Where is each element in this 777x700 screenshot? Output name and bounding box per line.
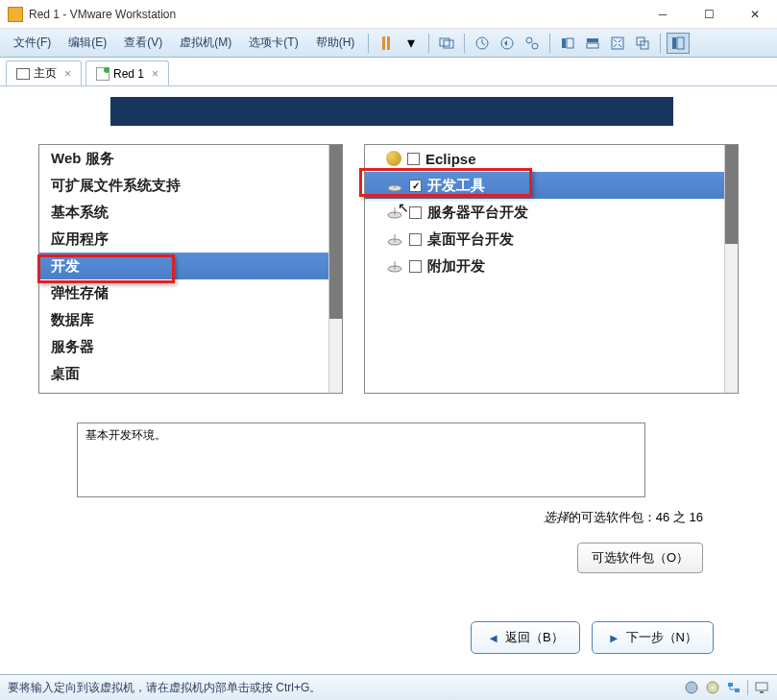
package-icon: [386, 179, 403, 192]
package-label: 服务器平台开发: [427, 204, 528, 222]
layout1-icon[interactable]: [556, 33, 579, 54]
checkbox[interactable]: [409, 260, 422, 273]
separator: [428, 34, 429, 53]
pause-icon[interactable]: [375, 33, 398, 54]
scrollbar[interactable]: [724, 145, 738, 393]
back-button[interactable]: ◄ 返回（B）: [471, 621, 580, 654]
dropdown-icon[interactable]: ▾: [400, 33, 423, 54]
maximize-button[interactable]: ☐: [694, 5, 723, 24]
layout2-icon[interactable]: [581, 33, 604, 54]
arrow-left-icon: ◄: [487, 631, 499, 645]
screens-icon[interactable]: [435, 33, 458, 54]
home-icon: [16, 68, 30, 80]
checkbox-checked[interactable]: [409, 180, 422, 192]
cdrom-icon[interactable]: [705, 680, 720, 695]
menubar: 文件(F) 编辑(E) 查看(V) 虚拟机(M) 选项卡(T) 帮助(H) ▾: [0, 29, 777, 58]
package-label: 附加开发: [427, 257, 485, 276]
category-item[interactable]: 数据库: [39, 306, 342, 333]
unity-icon[interactable]: [631, 33, 654, 54]
statusbar: 要将输入定向到该虚拟机，请在虚拟机内部单击或按 Ctrl+G。: [0, 674, 777, 700]
svg-rect-14: [677, 37, 684, 49]
snapshot-manager-icon[interactable]: [521, 33, 544, 54]
package-icon: [386, 232, 403, 246]
tab-close-icon[interactable]: ×: [152, 67, 158, 81]
menu-view[interactable]: 查看(V): [116, 31, 170, 55]
svg-rect-22: [728, 683, 733, 687]
screen-icon[interactable]: [754, 680, 769, 695]
category-item[interactable]: 基本系统: [39, 199, 342, 226]
window-title: Red 1 - VMware Workstation: [29, 8, 648, 21]
svg-rect-13: [672, 37, 676, 49]
tab-vm[interactable]: Red 1 ×: [85, 60, 169, 85]
next-button[interactable]: ► 下一步（N）: [592, 621, 714, 654]
category-item[interactable]: Web 服务: [39, 145, 342, 172]
close-button[interactable]: ✕: [741, 5, 769, 24]
separator: [464, 34, 465, 53]
tabs-bar: 主页 × Red 1 ×: [0, 58, 777, 86]
svg-rect-1: [444, 40, 453, 48]
menu-file[interactable]: 文件(F): [6, 31, 59, 55]
category-panel: Web 服务 可扩展文件系统支持 基本系统 应用程序 开发 弹性存储 数据库 服…: [38, 144, 343, 394]
separator: [549, 34, 550, 53]
network-icon[interactable]: [726, 680, 741, 695]
package-icon: [386, 259, 403, 273]
separator: [660, 34, 661, 53]
checkbox[interactable]: [407, 153, 420, 165]
category-item[interactable]: 应用程序: [39, 226, 342, 253]
scrollbar-thumb[interactable]: [329, 145, 342, 319]
package-item-selected[interactable]: 开发工具: [365, 172, 738, 199]
vmware-icon: [8, 7, 23, 22]
category-item[interactable]: 服务器: [39, 333, 342, 360]
scrollbar-thumb[interactable]: [725, 145, 738, 244]
selection-status: 选择的可选软件包：46 之 16: [38, 509, 739, 526]
disk-icon[interactable]: [684, 680, 699, 695]
svg-rect-0: [440, 38, 449, 46]
arrow-right-icon: ►: [608, 631, 620, 645]
menu-help[interactable]: 帮助(H): [308, 31, 363, 55]
menu-tabs[interactable]: 选项卡(T): [241, 31, 305, 55]
vm-content[interactable]: Web 服务 可扩展文件系统支持 基本系统 应用程序 开发 弹性存储 数据库 服…: [0, 86, 777, 674]
svg-rect-8: [587, 38, 598, 42]
titlebar: Red 1 - VMware Workstation ─ ☐ ✕: [0, 0, 777, 29]
checkbox[interactable]: [409, 233, 422, 246]
library-icon[interactable]: [667, 33, 690, 54]
package-item[interactable]: 附加开发: [365, 253, 738, 279]
svg-rect-7: [567, 38, 573, 48]
tab-home-label: 主页: [34, 65, 57, 82]
snapshot-revert-icon[interactable]: [496, 33, 519, 54]
checkbox[interactable]: [409, 206, 422, 219]
category-item[interactable]: 桌面: [39, 360, 342, 387]
svg-rect-6: [562, 38, 566, 48]
minimize-button[interactable]: ─: [648, 5, 677, 24]
svg-point-5: [532, 43, 538, 49]
statusbar-text: 要将输入定向到该虚拟机，请在虚拟机内部单击或按 Ctrl+G。: [8, 680, 684, 696]
category-item[interactable]: 可扩展文件系统支持: [39, 172, 342, 199]
svg-point-4: [526, 37, 532, 43]
category-item-selected[interactable]: 开发: [39, 253, 342, 279]
svg-rect-9: [587, 43, 598, 48]
package-label: Eclipse: [425, 151, 476, 167]
category-item[interactable]: 弹性存储: [39, 279, 342, 306]
package-item[interactable]: 服务器平台开发: [365, 199, 738, 226]
snapshot-icon[interactable]: [471, 33, 494, 54]
eclipse-icon: [386, 151, 401, 166]
menu-edit[interactable]: 编辑(E): [61, 31, 114, 55]
separator: [368, 34, 369, 53]
optional-packages-button[interactable]: 可选软件包（O）: [577, 543, 703, 573]
fullscreen-icon[interactable]: [606, 33, 629, 54]
back-button-label: 返回（B）: [505, 629, 564, 646]
svg-point-19: [686, 682, 697, 693]
package-label: 桌面平台开发: [427, 230, 514, 249]
next-button-label: 下一步（N）: [626, 629, 697, 646]
package-item[interactable]: 桌面平台开发: [365, 226, 738, 253]
tab-home[interactable]: 主页 ×: [6, 60, 82, 85]
package-panel: Eclipse 开发工具 服务器平台开发: [364, 144, 739, 394]
description-box: 基本开发环境。: [77, 422, 645, 497]
menu-vm[interactable]: 虚拟机(M): [172, 31, 239, 55]
svg-rect-10: [612, 37, 623, 49]
scrollbar[interactable]: [328, 145, 342, 393]
tab-close-icon[interactable]: ×: [64, 67, 71, 81]
installer-banner: [110, 97, 673, 126]
package-item[interactable]: Eclipse: [365, 145, 738, 172]
svg-point-21: [712, 687, 715, 689]
